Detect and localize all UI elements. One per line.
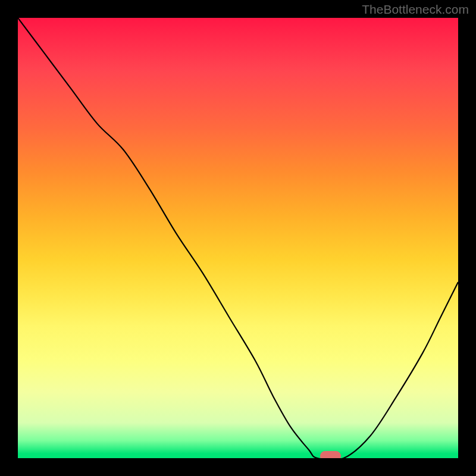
- bottleneck-curve: [18, 18, 458, 458]
- optimal-marker: [320, 451, 341, 458]
- watermark-text: TheBottleneck.com: [362, 2, 469, 17]
- plot-area: [18, 18, 458, 458]
